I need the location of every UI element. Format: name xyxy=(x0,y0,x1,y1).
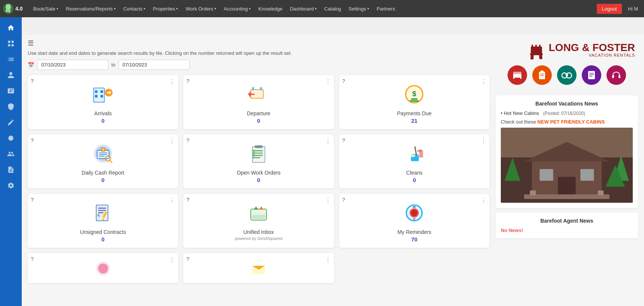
quick-icon-headset[interactable] xyxy=(607,65,626,85)
svg-rect-8 xyxy=(95,95,97,98)
date-to-input[interactable] xyxy=(118,60,190,70)
tile-menu-bottom2[interactable]: ⋮ xyxy=(325,256,331,263)
news-item-date: (Posted: 07/16/2020) xyxy=(543,111,585,116)
sidebar-grid[interactable] xyxy=(3,36,18,51)
tile-menu-bottom1[interactable]: ⋮ xyxy=(169,256,175,263)
svg-rect-59 xyxy=(98,212,103,213)
tile-menu-work[interactable]: ⋮ xyxy=(325,137,331,145)
sidebar-gear[interactable] xyxy=(3,178,18,193)
sidebar-shield[interactable] xyxy=(3,99,18,114)
nav-work-orders[interactable]: Work Orders ▾ xyxy=(182,0,220,17)
tile-help-arrivals[interactable]: ? xyxy=(31,78,34,84)
tile-menu-cash[interactable]: ⋮ xyxy=(169,137,175,145)
cleans-icon xyxy=(401,140,427,167)
news-hot-cabins: Hot New Cabins (Posted: 07/16/2020) xyxy=(501,110,633,116)
nav-knowledge[interactable]: Knowledge xyxy=(255,0,286,17)
date-from-input[interactable] xyxy=(37,60,108,70)
svg-rect-100 xyxy=(612,75,614,78)
hamburger-menu[interactable]: ☰ xyxy=(28,39,490,47)
svg-rect-81 xyxy=(539,45,541,48)
svg-rect-38 xyxy=(255,150,263,151)
payments-count[interactable]: 21 xyxy=(411,118,418,124)
sidebar-list[interactable] xyxy=(3,52,18,67)
arrivals-icon xyxy=(90,81,116,107)
nav-settings[interactable]: Settings ▾ xyxy=(345,0,373,17)
tile-help-contracts[interactable]: ? xyxy=(31,197,34,203)
sidebar-user[interactable] xyxy=(3,68,18,83)
tile-help-bottom1[interactable]: ? xyxy=(31,256,34,262)
svg-point-42 xyxy=(253,150,255,152)
quick-icon-list[interactable] xyxy=(582,65,601,85)
tile-help-cash[interactable]: ? xyxy=(31,137,34,143)
sidebar-pencil[interactable] xyxy=(3,115,18,130)
tile-menu-inbox[interactable]: ⋮ xyxy=(325,197,331,204)
tile-menu-reminders[interactable]: ⋮ xyxy=(481,197,487,204)
svg-rect-9 xyxy=(100,95,103,98)
tile-help-bottom2[interactable]: ? xyxy=(186,256,189,262)
reminders-icon xyxy=(401,200,427,226)
quick-icon-binoculars[interactable] xyxy=(557,65,577,85)
tile-bottom-1: ? ⋮ xyxy=(28,253,178,283)
quick-icon-bed[interactable] xyxy=(508,65,527,85)
svg-rect-114 xyxy=(598,190,604,195)
cash-report-count[interactable]: 0 xyxy=(101,177,104,183)
svg-point-49 xyxy=(410,155,415,157)
sidebar-document[interactable] xyxy=(3,162,18,177)
tile-menu-arrivals[interactable]: ⋮ xyxy=(169,78,175,85)
svg-rect-37 xyxy=(255,145,262,148)
tile-menu-payments[interactable]: ⋮ xyxy=(481,78,487,85)
reminders-count[interactable]: 70 xyxy=(411,236,418,243)
nav-partners[interactable]: Partners xyxy=(373,0,399,17)
tile-help-payments[interactable]: ? xyxy=(342,78,345,84)
svg-rect-106 xyxy=(540,169,553,181)
svg-rect-7 xyxy=(100,90,103,93)
departure-count[interactable]: 0 xyxy=(257,118,260,124)
svg-rect-95 xyxy=(566,74,568,76)
svg-point-53 xyxy=(416,151,418,153)
sidebar-idcard[interactable] xyxy=(3,83,18,98)
main-content: ☰ Use start date and end dates to genera… xyxy=(22,35,644,306)
tiles-grid-bottom: ? ⋮ ? ⋮ xyxy=(28,253,490,283)
svg-rect-39 xyxy=(255,152,263,154)
nav-dashboard[interactable]: Dashboard ▾ xyxy=(286,0,321,17)
news-pet-cabins-link[interactable]: NEW PET FRIENDLY CABINS xyxy=(538,119,605,125)
svg-rect-17 xyxy=(252,87,254,90)
tile-unified-inbox: ? ⋮ Unified Inbox powered by SendSquared xyxy=(183,194,334,248)
cleans-label: Cleans xyxy=(406,170,423,176)
departure-label: Departure xyxy=(247,110,270,116)
nav-book-sale[interactable]: Book/Sale ▾ xyxy=(29,0,62,17)
tile-help-work[interactable]: ? xyxy=(186,137,189,143)
tile-menu-contracts[interactable]: ⋮ xyxy=(169,197,175,204)
calendar-icon: 📅 xyxy=(28,62,34,68)
cleans-count[interactable]: 0 xyxy=(413,177,416,183)
work-orders-count[interactable]: 0 xyxy=(257,177,260,183)
svg-line-34 xyxy=(110,160,112,162)
tile-menu-cleans[interactable]: ⋮ xyxy=(481,137,487,145)
tile-help-reminders[interactable]: ? xyxy=(342,197,345,203)
tile-help-inbox[interactable]: ? xyxy=(186,197,189,203)
nav-contacts[interactable]: Contacts ▾ xyxy=(120,0,149,17)
tile-arrivals: ? ⋮ Arrivals 0 xyxy=(28,75,178,129)
svg-rect-18 xyxy=(260,87,262,90)
tile-help-departure[interactable]: ? xyxy=(186,78,189,84)
logout-button[interactable]: Logout xyxy=(597,4,622,14)
arrivals-count[interactable]: 0 xyxy=(101,118,104,124)
tile-reminders: ? ⋮ My Reminders 70 xyxy=(339,194,490,248)
nav-accounting[interactable]: Accounting ▾ xyxy=(220,0,255,17)
nav-properties[interactable]: Properties ▾ xyxy=(149,0,182,17)
tile-help-cleans[interactable]: ? xyxy=(342,137,345,143)
sidebar-home[interactable] xyxy=(3,20,18,35)
contracts-icon xyxy=(90,200,116,226)
sidebar-users[interactable] xyxy=(3,146,18,161)
brand-text: LONG & FOSTER VACATION RENTALS xyxy=(549,42,635,57)
sidebar-circle[interactable] xyxy=(3,131,18,146)
svg-marker-65 xyxy=(254,207,258,210)
nav-catalog[interactable]: Catalog xyxy=(321,0,345,17)
tile-menu-departure[interactable]: ⋮ xyxy=(325,78,331,85)
quick-icon-clipboard[interactable] xyxy=(532,65,552,85)
inbox-icon xyxy=(246,200,272,226)
svg-rect-22 xyxy=(411,98,418,100)
nav-reservations[interactable]: Reservations/Reports ▾ xyxy=(62,0,120,17)
contracts-count[interactable]: 0 xyxy=(101,236,104,243)
payments-icon: $ xyxy=(401,81,427,107)
